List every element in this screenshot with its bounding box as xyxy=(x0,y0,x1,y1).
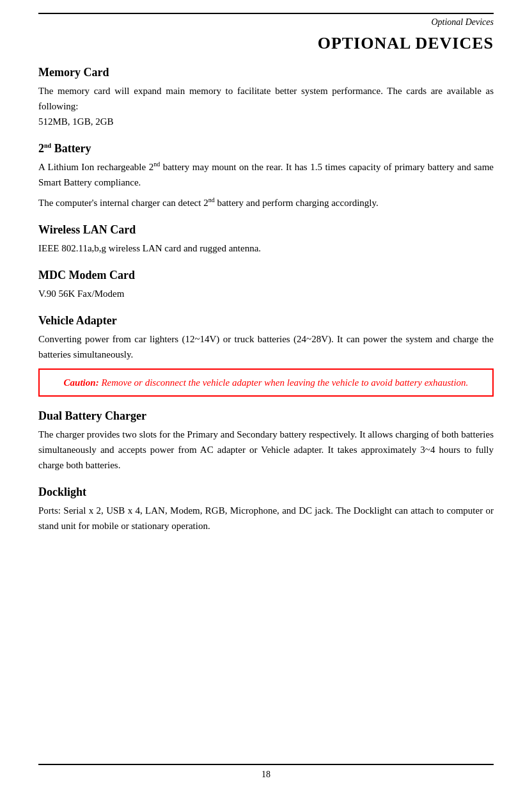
section-body-memory-card: The memory card will expand main memory … xyxy=(38,83,494,129)
section-wireless-lan: Wireless LAN Card IEEE 802.11a,b,g wirel… xyxy=(38,223,494,256)
section-heading-2nd-battery: 2nd Battery xyxy=(38,142,494,155)
header-title: Optional Devices xyxy=(431,17,494,27)
section-body-docklight: Ports: Serial x 2, USB x 4, LAN, Modem, … xyxy=(38,503,494,534)
section-dual-battery-charger: Dual Battery Charger The charger provide… xyxy=(38,409,494,473)
section-vehicle-adapter: Vehicle Adapter Converting power from ca… xyxy=(38,314,494,397)
footer: 18 xyxy=(38,764,494,780)
section-mdc-modem: MDC Modem Card V.90 56K Fax/Modem xyxy=(38,269,494,301)
page-container: Optional Devices OPTIONAL DEVICES Memory… xyxy=(0,0,532,799)
section-heading-docklight: Docklight xyxy=(38,486,494,499)
header: Optional Devices xyxy=(38,13,494,28)
section-heading-mdc-modem: MDC Modem Card xyxy=(38,269,494,282)
page-number: 18 xyxy=(262,770,270,779)
section-heading-memory-card: Memory Card xyxy=(38,66,494,79)
section-docklight: Docklight Ports: Serial x 2, USB x 4, LA… xyxy=(38,486,494,534)
section-heading-vehicle-adapter: Vehicle Adapter xyxy=(38,314,494,328)
caution-text: Caution: Remove or disconnect the vehicl… xyxy=(50,375,482,390)
section-body-mdc-modem: V.90 56K Fax/Modem xyxy=(38,286,494,301)
caution-label: Caution: xyxy=(64,377,99,388)
page-main-title: OPTIONAL DEVICES xyxy=(38,34,494,53)
section-heading-wireless-lan: Wireless LAN Card xyxy=(38,223,494,237)
section-memory-card: Memory Card The memory card will expand … xyxy=(38,66,494,129)
section-body-wireless-lan: IEEE 802.11a,b,g wireless LAN card and r… xyxy=(38,241,494,256)
section-2nd-battery: 2nd Battery A Lithium Ion rechargeable 2… xyxy=(38,142,494,210)
section-heading-dual-battery-charger: Dual Battery Charger xyxy=(38,409,494,423)
section-body-2nd-battery: A Lithium Ion rechargeable 2nd battery m… xyxy=(38,159,494,210)
section-body-vehicle-adapter: Converting power from car lighters (12~1… xyxy=(38,331,494,362)
caution-box: Caution: Remove or disconnect the vehicl… xyxy=(38,368,494,397)
section-body-dual-battery-charger: The charger provides two slots for the P… xyxy=(38,427,494,473)
